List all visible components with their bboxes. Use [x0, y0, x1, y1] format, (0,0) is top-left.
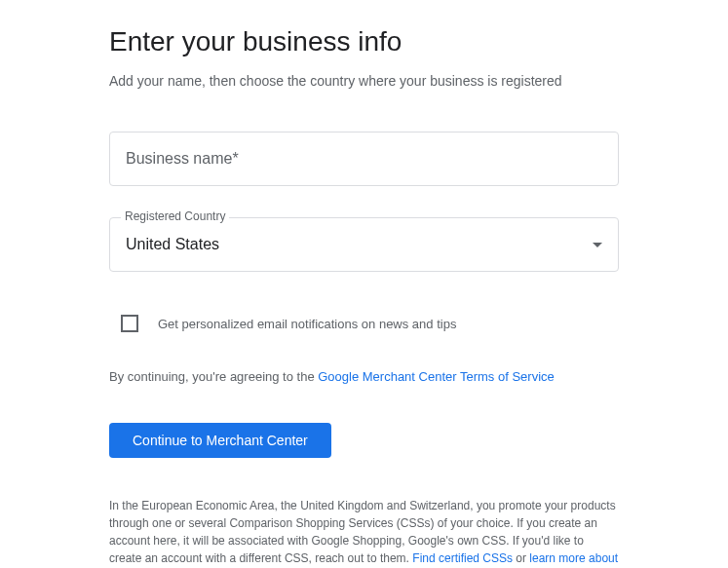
country-select-wrapper: Registered Country United States — [109, 217, 619, 272]
business-name-wrapper — [109, 132, 619, 186]
email-checkbox-label: Get personalized email notifications on … — [158, 317, 456, 331]
page-subtitle: Add your name, then choose the country w… — [109, 73, 619, 89]
page-title: Enter your business info — [109, 26, 619, 57]
business-name-input[interactable] — [109, 132, 619, 186]
chevron-down-icon — [593, 243, 602, 247]
terms-prefix: By continuing, you're agreeing to the — [109, 369, 318, 384]
terms-text: By continuing, you're agreeing to the Go… — [109, 369, 619, 384]
email-checkbox-row: Get personalized email notifications on … — [109, 315, 619, 332]
email-checkbox[interactable] — [121, 315, 138, 332]
country-label: Registered Country — [121, 209, 229, 223]
continue-button[interactable]: Continue to Merchant Center — [109, 423, 331, 458]
footer-middle-text: or — [513, 551, 529, 565]
terms-link[interactable]: Google Merchant Center Terms of Service — [318, 369, 555, 384]
country-select[interactable]: United States — [109, 217, 619, 272]
footer-text: In the European Economic Area, the Unite… — [109, 497, 619, 568]
find-css-link[interactable]: Find certified CSSs — [412, 551, 513, 565]
country-value: United States — [126, 236, 219, 253]
